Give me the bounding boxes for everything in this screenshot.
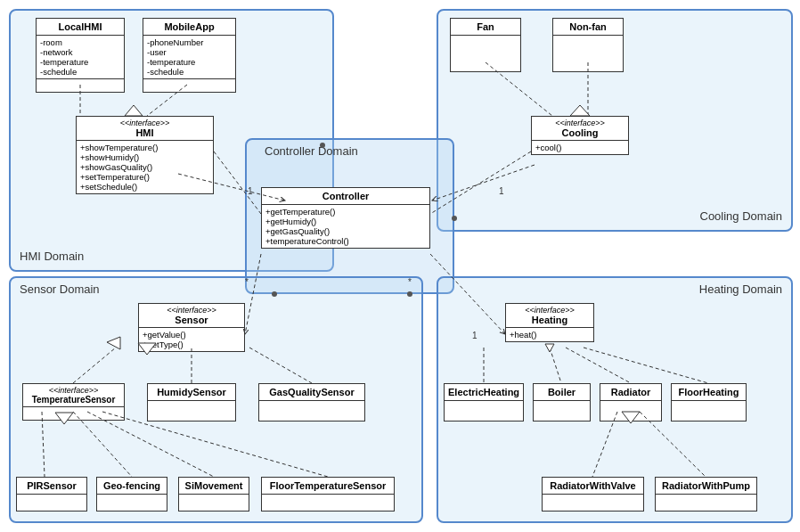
sensor-class-name: Sensor [143,315,241,325]
boiler-name: Boiler [534,384,590,401]
si-movement-name: SiMovement [179,478,249,495]
heating-domain-label: Heating Domain [699,282,782,296]
controller-domain-label: Controller Domain [265,144,358,158]
hmi-class-name: HMI [80,127,209,138]
cooling-domain-label: Cooling Domain [700,209,783,223]
cooling-methods: +cool() [532,141,628,154]
hmi-domain-label: HMI Domain [20,250,84,263]
local-hmi-class: LocalHMI -room -network -temperature -sc… [36,18,125,93]
heating-class-name: Heating [510,315,590,325]
heating-methods: +heat() [506,328,593,341]
floor-temp-sensor-name: FloorTemperatureSensor [262,478,394,495]
controller-class: Controller +getTemperature() +getHumidy(… [261,187,430,249]
radiator-valve-class: RadiatorWithValve [542,477,644,512]
sensor-domain-label: Sensor Domain [20,282,100,296]
fan-name: Fan [451,19,520,36]
geo-fencing-class: Geo-fencing [96,477,167,512]
heating-stereotype: <<interface>> Heating [506,304,593,328]
cooling-stereotype: <<interface>> Cooling [532,117,628,141]
pir-sensor-class: PIRSensor [16,477,87,512]
humidy-sensor-class: HumidySensor [147,383,236,422]
hmi-stereotype: <<interface>> HMI [77,117,213,141]
hmi-methods: +showTemperature() +showHumidy() +showGa… [77,141,213,193]
boiler-class: Boiler [533,383,591,422]
local-hmi-attrs: -room -network -temperature -schedule [37,36,124,79]
temperature-sensor-class: <<interface>> TemperatureSensor [22,383,125,421]
radiator-pump-class: RadiatorWithPump [655,477,757,512]
mobile-app-name: MobileApp [143,19,235,36]
electric-heating-name: ElectricHeating [445,384,523,401]
heating-interface-class: <<interface>> Heating +heat() [505,303,594,342]
diagram-container: HMI Domain Cooling Domain Controller Dom… [0,0,800,532]
gas-quality-sensor-name: GasQualitySensor [259,384,364,401]
controller-methods: +getTemperature() +getHumidy() +getGasQu… [262,205,429,248]
cooling-class-name: Cooling [535,127,624,138]
temp-sensor-stereotype: <<interface>> TemperatureSensor [23,384,124,407]
si-movement-class: SiMovement [178,477,249,512]
geo-fencing-name: Geo-fencing [97,478,167,495]
sensor-stereotype: <<interface>> Sensor [139,304,244,328]
floor-heating-name: FloorHeating [672,384,746,401]
controller-name: Controller [262,188,429,205]
pir-sensor-name: PIRSensor [17,478,86,495]
fan-class: Fan [450,18,521,72]
radiator-valve-name: RadiatorWithValve [543,478,643,495]
sensor-interface-class: <<interface>> Sensor +getValue() +getTyp… [138,303,245,352]
electric-heating-class: ElectricHeating [444,383,524,422]
hmi-interface-class: <<interface>> HMI +showTemperature() +sh… [76,116,214,194]
radiator-class: Radiator [600,383,662,422]
radiator-pump-name: RadiatorWithPump [656,478,756,495]
cooling-interface-class: <<interface>> Cooling +cool() [531,116,629,155]
mobile-app-attrs: -phoneNumber -user -temperature -schedul… [143,36,235,79]
non-fan-name: Non-fan [553,19,623,36]
floor-heating-class: FloorHeating [671,383,747,422]
temp-sensor-name: TemperatureSensor [27,395,120,405]
humidy-sensor-name: HumidySensor [148,384,235,401]
mobile-app-class: MobileApp -phoneNumber -user -temperatur… [143,18,236,93]
sensor-methods: +getValue() +getType() [139,328,244,351]
non-fan-class: Non-fan [552,18,624,72]
local-hmi-name: LocalHMI [37,19,124,36]
gas-quality-sensor-class: GasQualitySensor [258,383,365,422]
floor-temp-sensor-class: FloorTemperatureSensor [261,477,395,512]
radiator-name: Radiator [600,384,661,401]
